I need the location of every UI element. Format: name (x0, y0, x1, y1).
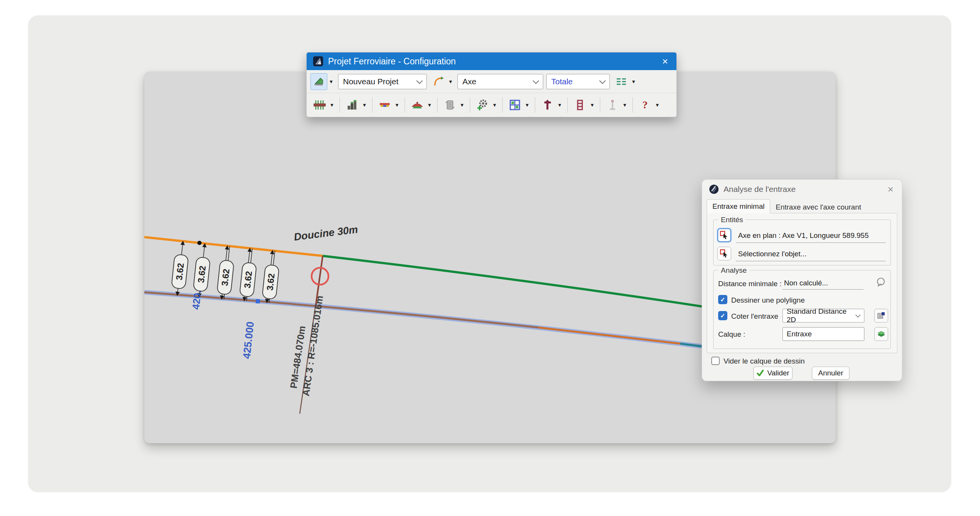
axis-grip-handle[interactable] (256, 299, 260, 303)
tab-entraxe-axe-courant[interactable]: Entraxe avec l'axe courant (770, 201, 866, 213)
cancel-button-label: Annuler (818, 369, 843, 377)
gear-settings-button[interactable] (474, 97, 491, 113)
dialog-tabs: Entraxe minimal Entraxe avec l'axe coura… (707, 199, 867, 213)
dropdown-caret[interactable]: ▾ (361, 102, 368, 108)
validate-button-label: Valider (767, 369, 789, 377)
chevron-down-icon (599, 77, 606, 84)
signal-t-icon (541, 98, 554, 111)
tracks-tool-button[interactable] (613, 73, 630, 90)
track-ladder-button[interactable] (572, 97, 588, 113)
toolbar-separator (600, 97, 600, 113)
entraxe-analysis-dialog[interactable]: Analyse de l'entraxe × Entraxe minimal E… (702, 179, 902, 381)
draw-polyline-checkbox[interactable]: ✓ (718, 295, 727, 304)
dimension-label: Coter l'entraxe (731, 312, 778, 321)
clear-layer-checkbox[interactable] (711, 357, 720, 365)
entity-combobox[interactable]: Axe (457, 74, 543, 89)
bridge-button[interactable] (409, 97, 426, 113)
compute-distance-button[interactable] (875, 277, 887, 290)
layers-band-icon (378, 98, 391, 111)
select-axis-button[interactable] (717, 228, 731, 242)
layers-icon (877, 329, 886, 339)
check-icon (756, 369, 764, 377)
dimension-style-combobox[interactable]: Standard Distance 2D (782, 309, 864, 323)
toolbar-separator (535, 97, 535, 113)
scope-combobox[interactable]: Totale (546, 74, 610, 89)
toolbar-window[interactable]: Projet Ferroviaire - Configuration × ▾ N… (306, 52, 677, 117)
dialog-titlebar[interactable]: Analyse de l'entraxe × (702, 180, 902, 199)
toolbar-separator (567, 97, 568, 113)
grid-window-button[interactable] (506, 97, 523, 113)
tab-label: Entraxe minimal (712, 202, 764, 211)
rail-crossing-button[interactable] (311, 97, 328, 113)
toolbar-separator (405, 97, 405, 113)
toolbar-row-config: ▾ Nouveau Projet ▾ Axe Totale (307, 70, 676, 93)
analysis-legend: Analyse (718, 266, 750, 275)
tab-entraxe-minimal[interactable]: Entraxe minimal (707, 199, 770, 213)
analysis-groupbox: Analyse Distance minimale : Non calculé.… (713, 270, 891, 349)
toolbar-separator (502, 97, 503, 113)
dropdown-caret[interactable]: ▾ (491, 102, 498, 108)
toolbar-title: Projet Ferroviaire - Configuration (328, 56, 660, 67)
station-text: 425.000 (241, 321, 256, 359)
dropdown-caret[interactable]: ▾ (621, 102, 629, 108)
layer-input-value: Entraxe (787, 330, 812, 338)
curve-icon (432, 75, 445, 88)
dropdown-caret[interactable]: ▾ (458, 102, 466, 108)
project-combobox-value: Nouveau Projet (343, 77, 399, 86)
dropdown-caret[interactable]: ▾ (556, 102, 564, 108)
toolbar-separator (372, 97, 372, 113)
dropdown-caret[interactable]: ▾ (327, 78, 335, 85)
rail-crossing-icon (313, 98, 326, 111)
layer-picker-button[interactable] (874, 327, 888, 341)
signal-faded-button[interactable] (604, 97, 621, 113)
dropdown-caret[interactable]: ▾ (447, 78, 454, 85)
curve-tool-button[interactable] (430, 73, 447, 90)
toolbar-separator (340, 97, 340, 113)
close-icon[interactable]: × (886, 184, 895, 194)
dim-value: 3.62 (265, 273, 277, 291)
dropdown-caret[interactable]: ▾ (523, 102, 531, 108)
min-distance-label: Distance minimale : (718, 280, 782, 288)
grid-window-icon (508, 98, 521, 111)
profile-bars-button[interactable] (344, 97, 361, 113)
dropdown-caret[interactable]: ▾ (328, 102, 336, 108)
dimension-style-settings-button[interactable] (874, 309, 888, 323)
track-ladder-icon (573, 98, 586, 111)
application-stage: 420.000 3.62 3.62 3.62 3.62 3.62 425.000 (0, 0, 980, 516)
vertex-point (198, 241, 202, 245)
help-button[interactable]: ? (637, 97, 653, 113)
scroll-button[interactable] (441, 97, 458, 113)
dimension-checkbox[interactable]: ✓ (718, 311, 727, 320)
profile-bars-icon (346, 98, 359, 111)
axis-v1-line-segment[interactable] (539, 328, 680, 344)
bridge-icon (411, 98, 424, 111)
toolbar-separator (470, 97, 470, 113)
close-icon[interactable]: × (660, 56, 670, 66)
dropdown-caret[interactable]: ▾ (393, 102, 401, 108)
layer-input[interactable]: Entraxe (782, 327, 864, 341)
validate-button[interactable]: Valider (753, 367, 792, 380)
dropdown-caret[interactable]: ▾ (653, 102, 661, 108)
dropdown-caret[interactable]: ▾ (426, 102, 433, 108)
signal-t-button[interactable] (539, 97, 556, 113)
signal-faded-icon (606, 98, 619, 111)
cancel-button[interactable]: Annuler (812, 367, 849, 380)
doucine-annotation: Doucine 30m (293, 224, 358, 243)
select-object-icon (720, 231, 729, 240)
toolbar-separator (437, 97, 438, 113)
project-combobox[interactable]: Nouveau Projet (338, 74, 427, 89)
alignment-ramp-button[interactable] (310, 73, 327, 90)
axis-v1-selection-glow[interactable] (144, 292, 702, 346)
dropdown-caret[interactable]: ▾ (630, 78, 637, 85)
measure-lens-icon (875, 277, 887, 289)
gear-settings-icon (476, 98, 489, 111)
layers-band-button[interactable] (376, 97, 393, 113)
scope-combobox-value: Totale (551, 77, 573, 86)
dimension-style-icon (877, 311, 886, 320)
dim-value: 3.62 (174, 262, 186, 280)
chevron-down-icon (416, 77, 423, 84)
toolbar-titlebar[interactable]: Projet Ferroviaire - Configuration × (307, 52, 676, 70)
dropdown-caret[interactable]: ▾ (588, 102, 596, 108)
select-object-button[interactable] (717, 247, 731, 260)
chevron-down-icon (532, 77, 539, 84)
